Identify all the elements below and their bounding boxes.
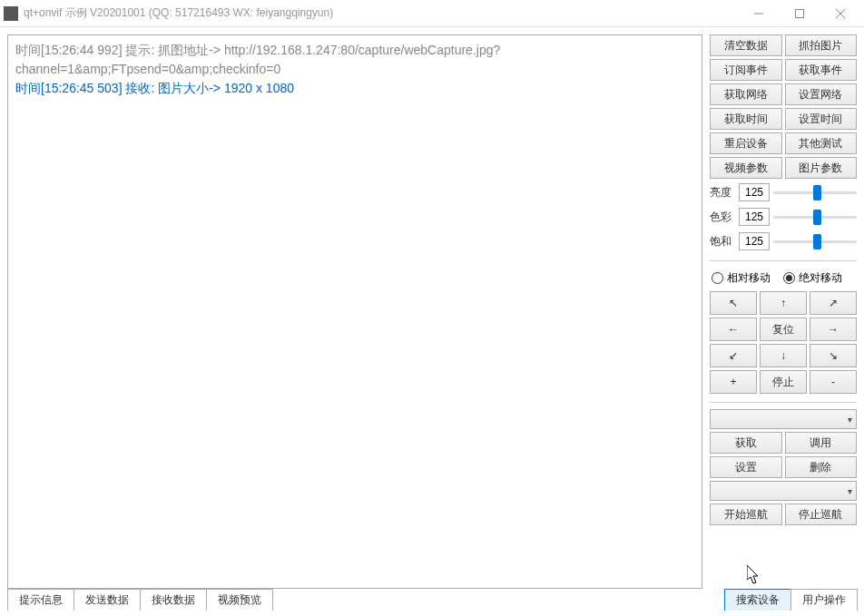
absolute-move-radio[interactable]: 绝对移动 <box>783 270 842 286</box>
set-network-button[interactable]: 设置网络 <box>785 83 858 105</box>
ptz-right-button[interactable]: → <box>810 318 857 341</box>
ptz-left-button[interactable]: ← <box>710 318 757 341</box>
saturation-value[interactable]: 125 <box>739 232 770 250</box>
color-slider[interactable] <box>773 208 857 226</box>
tab-recv[interactable]: 接收数据 <box>140 589 207 611</box>
capture-button[interactable]: 抓拍图片 <box>785 34 858 56</box>
ptz-up-button[interactable]: ↑ <box>760 291 807 315</box>
other-test-button[interactable]: 其他测试 <box>785 132 858 154</box>
color-label: 色彩 <box>710 210 735 225</box>
brightness-value[interactable]: 125 <box>739 183 770 201</box>
ptz-down-button[interactable]: ↓ <box>760 344 807 367</box>
preset-set-button[interactable]: 设置 <box>710 456 782 478</box>
start-cruise-button[interactable]: 开始巡航 <box>710 504 782 525</box>
preset-combo[interactable]: ▾ <box>710 409 857 429</box>
set-time-button[interactable]: 设置时间 <box>785 108 858 130</box>
stop-cruise-button[interactable]: 停止巡航 <box>785 504 858 525</box>
ptz-stop-button[interactable]: 停止 <box>760 370 807 394</box>
separator <box>710 260 857 261</box>
relative-move-radio[interactable]: 相对移动 <box>712 270 771 286</box>
minimize-button[interactable] <box>738 1 779 26</box>
get-event-button[interactable]: 获取事件 <box>785 59 858 81</box>
window-title: qt+onvif 示例 V20201001 (QQ: 517216493 WX:… <box>24 5 738 21</box>
separator <box>710 402 857 403</box>
video-param-button[interactable]: 视频参数 <box>710 157 782 179</box>
tab-user-op[interactable]: 用户操作 <box>790 589 858 611</box>
log-output: 时间[15:26:44 992] 提示: 抓图地址-> http://192.1… <box>7 34 702 589</box>
chevron-down-icon: ▾ <box>848 486 852 496</box>
ptz-down-right-button[interactable]: ↘ <box>810 344 857 367</box>
log-line: 时间[15:26:44 992] 提示: 抓图地址-> http://192.1… <box>15 41 694 79</box>
brightness-label: 亮度 <box>710 185 735 200</box>
ptz-zoom-in-button[interactable]: + <box>710 370 757 394</box>
ptz-zoom-out-button[interactable]: - <box>810 370 857 394</box>
subscribe-event-button[interactable]: 订阅事件 <box>710 59 782 81</box>
clear-data-button[interactable]: 清空数据 <box>710 34 782 56</box>
maximize-button[interactable] <box>779 1 820 26</box>
ptz-up-right-button[interactable]: ↗ <box>810 291 857 315</box>
tab-send[interactable]: 发送数据 <box>74 589 141 611</box>
color-value[interactable]: 125 <box>739 208 770 226</box>
preset-get-button[interactable]: 获取 <box>710 432 782 454</box>
ptz-down-left-button[interactable]: ↙ <box>710 344 757 367</box>
tab-search-device[interactable]: 搜索设备 <box>724 589 791 611</box>
reboot-button[interactable]: 重启设备 <box>710 132 782 154</box>
image-param-button[interactable]: 图片参数 <box>785 157 858 179</box>
ptz-up-left-button[interactable]: ↖ <box>710 291 757 315</box>
tab-preview[interactable]: 视频预览 <box>206 589 273 611</box>
log-line: 时间[15:26:45 503] 接收: 图片大小-> 1920 x 1080 <box>15 79 694 98</box>
ptz-reset-button[interactable]: 复位 <box>760 318 807 341</box>
app-icon <box>4 6 18 21</box>
absolute-move-label: 绝对移动 <box>799 270 842 286</box>
preset-call-button[interactable]: 调用 <box>785 432 858 454</box>
chevron-down-icon: ▾ <box>848 415 852 425</box>
tab-info[interactable]: 提示信息 <box>7 589 74 611</box>
get-time-button[interactable]: 获取时间 <box>710 108 782 130</box>
saturation-label: 饱和 <box>710 234 735 249</box>
get-network-button[interactable]: 获取网络 <box>710 83 782 105</box>
close-button[interactable] <box>820 1 860 26</box>
svg-rect-1 <box>795 9 803 17</box>
brightness-slider[interactable] <box>773 183 857 201</box>
preset-delete-button[interactable]: 删除 <box>785 456 858 478</box>
relative-move-label: 相对移动 <box>727 270 771 286</box>
cruise-combo[interactable]: ▾ <box>710 481 857 501</box>
saturation-slider[interactable] <box>773 232 857 250</box>
